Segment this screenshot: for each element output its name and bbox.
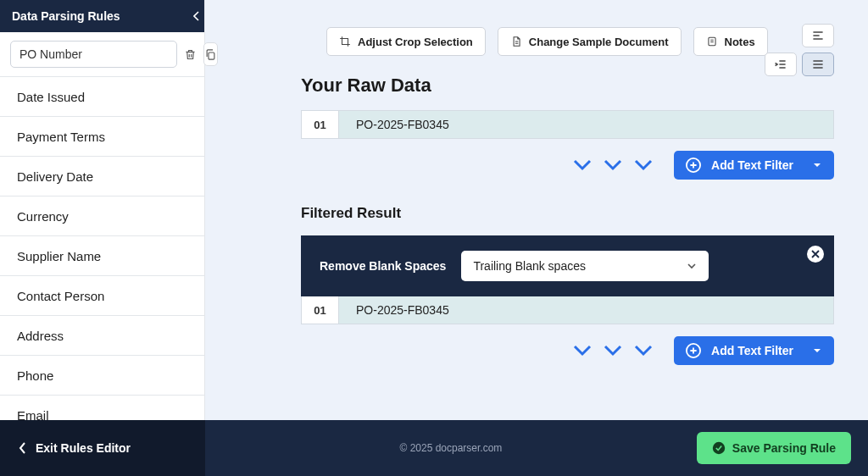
justify-icon (811, 58, 825, 70)
sidebar-item-payment-terms[interactable]: Payment Terms (0, 117, 204, 157)
exit-rules-editor-button[interactable]: Exit Rules Editor (0, 420, 205, 476)
filtered-data-row: 01 PO-2025-FB0345 (301, 296, 834, 324)
note-icon (706, 36, 718, 47)
chevron-group (572, 158, 654, 173)
button-label: Add Text Filter (711, 344, 793, 357)
sidebar-item-date-issued[interactable]: Date Issued (0, 77, 204, 117)
row-value: PO-2025-FB0345 (339, 296, 833, 324)
chevron-left-icon (193, 11, 200, 21)
raw-action-row: Add Text Filter (301, 151, 834, 180)
add-text-filter-button[interactable]: Add Text Filter (674, 336, 834, 365)
align-left-icon (811, 30, 825, 42)
button-label: Save Parsing Rule (732, 441, 836, 455)
button-label: Adjust Crop Selection (358, 36, 473, 48)
change-sample-button[interactable]: Change Sample Document (498, 27, 682, 56)
button-label: Add Text Filter (711, 158, 793, 172)
sidebar-item-label: Currency (17, 209, 69, 224)
main-content: Adjust Crop Selection Change Sample Docu… (205, 0, 868, 420)
button-label: Notes (725, 36, 755, 48)
trash-icon (184, 48, 197, 61)
view-justify-button[interactable] (802, 53, 834, 76)
sidebar-item-delivery-date[interactable]: Delivery Date (0, 157, 204, 196)
sidebar-item-phone[interactable]: Phone (0, 356, 204, 396)
sidebar-item-currency[interactable]: Currency (0, 196, 204, 236)
sidebar-item-label: Delivery Date (17, 169, 93, 184)
raw-data-row: 01 PO-2025-FB0345 (301, 110, 834, 139)
document-icon (510, 36, 522, 47)
remove-filter-button[interactable] (807, 246, 824, 263)
sidebar-item-address[interactable]: Address (0, 316, 204, 356)
filter-block-header: Remove Blank Spaces Trailing Blank space… (301, 235, 834, 296)
filter-option-select[interactable]: Trailing Blank spaces (461, 251, 709, 281)
toolbar: Adjust Crop Selection Change Sample Docu… (301, 0, 834, 71)
sidebar-item-contact-person[interactable]: Contact Person (0, 276, 204, 316)
crop-icon (339, 36, 351, 47)
sidebar: Data Parsing Rules Date Issued Payment T… (0, 0, 205, 420)
sidebar-item-supplier-name[interactable]: Supplier Name (0, 236, 204, 276)
sidebar-item-email[interactable]: Email (0, 396, 204, 420)
sidebar-item-label: Payment Terms (17, 130, 105, 144)
rule-name-input[interactable] (10, 41, 177, 68)
filtered-action-row: Add Text Filter (301, 336, 834, 365)
delete-rule-button[interactable] (184, 44, 197, 64)
chevron-group (572, 343, 654, 358)
row-number: 01 (302, 111, 339, 138)
sidebar-item-label: Date Issued (17, 90, 85, 104)
plus-circle-icon (686, 158, 701, 173)
chevron-down-icon (633, 343, 654, 358)
sidebar-item-label: Supplier Name (17, 249, 101, 263)
chevron-down-icon (603, 343, 623, 358)
view-controls (765, 24, 834, 76)
sidebar-item-label: Email (17, 408, 49, 421)
check-circle-icon (712, 441, 726, 455)
filter-type-label: Remove Blank Spaces (320, 259, 446, 273)
sidebar-item-label: Phone (17, 368, 53, 383)
rule-list: Date Issued Payment Terms Delivery Date … (0, 77, 204, 420)
chevron-down-icon (603, 158, 623, 173)
indent-icon (774, 58, 787, 70)
row-number: 01 (302, 296, 339, 324)
footer: Exit Rules Editor © 2025 docparser.com S… (0, 420, 868, 476)
save-parsing-rule-button[interactable]: Save Parsing Rule (697, 432, 851, 464)
row-value: PO-2025-FB0345 (339, 111, 833, 138)
chevron-down-icon (572, 343, 593, 358)
filtered-heading: Filtered Result (301, 205, 834, 222)
svg-rect-1 (708, 37, 715, 45)
caret-down-icon (812, 346, 822, 356)
adjust-crop-button[interactable]: Adjust Crop Selection (326, 27, 486, 56)
chevron-left-icon (19, 442, 27, 454)
notes-button[interactable]: Notes (693, 27, 768, 56)
view-align-left-button[interactable] (802, 24, 834, 47)
sidebar-collapse-button[interactable] (189, 0, 204, 32)
caret-down-icon (812, 160, 822, 170)
button-label: Change Sample Document (529, 36, 669, 48)
view-indent-button[interactable] (765, 53, 797, 76)
sidebar-title: Data Parsing Rules (12, 9, 120, 23)
sidebar-header: Data Parsing Rules (0, 0, 204, 32)
plus-circle-icon (686, 343, 701, 358)
chevron-down-icon (687, 261, 697, 271)
chevron-down-icon (633, 158, 654, 173)
sidebar-item-label: Address (17, 329, 64, 343)
svg-point-4 (713, 442, 725, 454)
select-value: Trailing Blank spaces (473, 259, 586, 273)
button-label: Exit Rules Editor (36, 441, 131, 455)
sidebar-item-label: Contact Person (17, 289, 104, 303)
active-rule-row (0, 32, 204, 77)
close-icon (811, 250, 820, 258)
add-text-filter-button[interactable]: Add Text Filter (674, 151, 834, 180)
raw-data-heading: Your Raw Data (301, 75, 834, 97)
chevron-down-icon (572, 158, 593, 173)
footer-copyright: © 2025 docparser.com (205, 442, 697, 454)
